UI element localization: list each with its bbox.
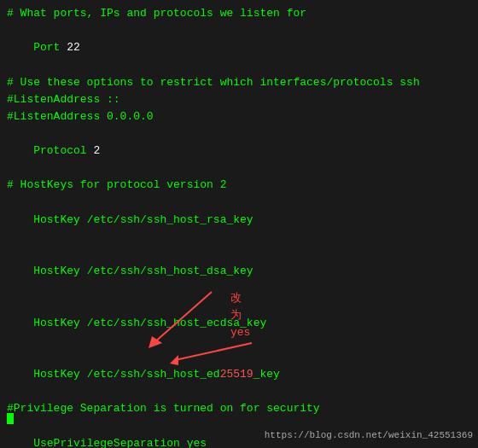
port-value: 22 — [67, 41, 80, 54]
line-2: Port 22 — [7, 22, 471, 73]
line-6: Protocol 2 — [7, 125, 471, 177]
line-3: # Use these options to restrict which in… — [7, 74, 471, 91]
line-12: #Privilege Separation is turned on for s… — [7, 400, 471, 417]
line-9: HostKey /etc/ssh/ssh_host_dsa_key — [7, 246, 471, 297]
line-4: #ListenAddress :: — [7, 91, 471, 108]
line-1: # What ports, IPs and protocols we liste… — [7, 5, 471, 22]
line-11: HostKey /etc/ssh/ssh_host_ed25519_key — [7, 349, 471, 400]
protocol-label: Protocol — [33, 144, 93, 157]
protocol-value: 2 — [93, 144, 100, 157]
terminal-window: # What ports, IPs and protocols we liste… — [0, 0, 478, 448]
line-7: # HostKeys for protocol version 2 — [7, 177, 471, 194]
port-label: Port — [33, 41, 67, 54]
line-8: HostKey /etc/ssh/ssh_host_rsa_key — [7, 195, 471, 246]
terminal-cursor — [7, 413, 14, 424]
watermark-url: https://blog.csdn.net/weixin_42551369 — [265, 428, 473, 443]
line-10: HostKey /etc/ssh/ssh_host_ecdsa_key — [7, 297, 471, 348]
line-5: #ListenAddress 0.0.0.0 — [7, 108, 471, 125]
